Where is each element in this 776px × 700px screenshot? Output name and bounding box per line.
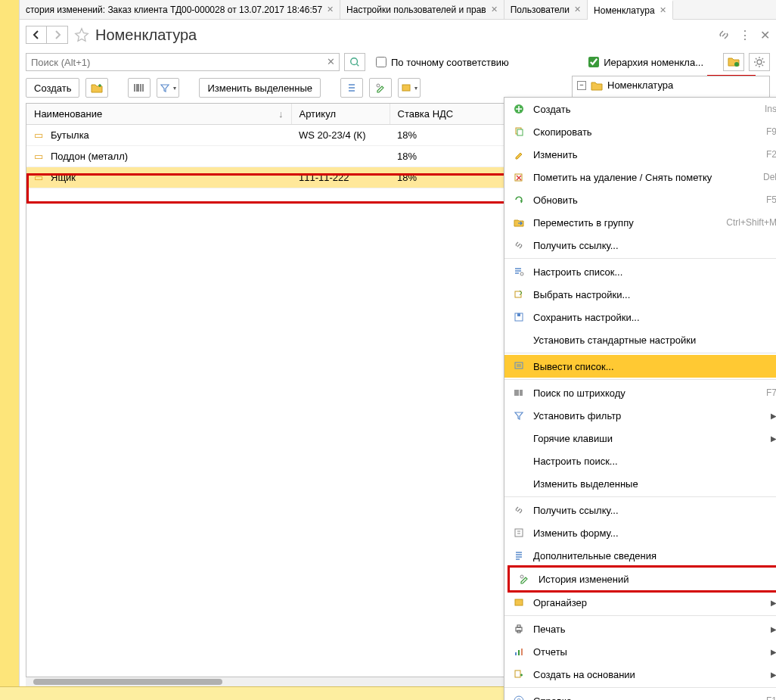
- search-input[interactable]: [26, 53, 340, 71]
- collapse-icon[interactable]: −: [577, 81, 586, 90]
- col-article[interactable]: Артикул: [291, 104, 390, 125]
- tab-users[interactable]: Пользователи✕: [504, 0, 588, 19]
- organizer-dropdown-button[interactable]: [398, 78, 421, 98]
- favorite-star-icon[interactable]: [74, 27, 89, 42]
- print-icon: [512, 622, 526, 636]
- svg-point-15: [520, 575, 523, 578]
- settings-button[interactable]: [749, 53, 770, 71]
- tab-nomenclature[interactable]: Номенклатура✕: [588, 0, 673, 20]
- menu-create-based[interactable]: Создать на основании▶: [504, 663, 776, 686]
- table-row[interactable]: ▭Бутылка WS 20-23/4 (К) 18%: [26, 125, 565, 146]
- tab-bar: стория изменений: Заказ клиента ТД00-000…: [20, 0, 776, 20]
- menu-reset-settings[interactable]: Установить стандартные настройки: [504, 328, 776, 351]
- barcode-button[interactable]: [128, 78, 151, 98]
- submenu-arrow-icon: ▶: [771, 670, 776, 679]
- pick-settings-icon: [512, 288, 526, 301]
- link-icon: [512, 503, 526, 517]
- menu-edit[interactable]: ИзменитьF2: [504, 143, 776, 166]
- data-table: Наименование↓ Артикул Ставка НДС ▭Бутылк…: [26, 103, 566, 677]
- svg-point-9: [520, 272, 523, 275]
- svg-text:?: ?: [517, 697, 520, 700]
- svg-rect-23: [515, 670, 520, 677]
- horizontal-scrollbar[interactable]: [26, 677, 566, 686]
- close-icon[interactable]: ✕: [491, 5, 498, 14]
- menu-move-group[interactable]: Переместить в группуCtrl+Shift+M: [504, 211, 776, 234]
- search-button[interactable]: [344, 53, 365, 71]
- blank-icon: [512, 333, 526, 347]
- svg-point-3: [377, 84, 380, 87]
- col-name[interactable]: Наименование↓: [26, 104, 291, 125]
- close-icon[interactable]: ✕: [660, 5, 666, 15]
- menu-refresh[interactable]: ОбновитьF5: [504, 188, 776, 211]
- menu-get-link[interactable]: Получить ссылку...: [504, 234, 776, 257]
- menu-organizer[interactable]: Органайзер▶: [504, 591, 776, 614]
- menu-copy[interactable]: СкопироватьF9: [504, 120, 776, 143]
- submenu-arrow-icon: ▶: [771, 434, 776, 443]
- menu-config-list[interactable]: Настроить список...: [504, 260, 776, 283]
- left-nav-strip: [0, 0, 20, 700]
- menu-separator: [504, 615, 776, 616]
- help-icon: ?: [512, 694, 526, 700]
- menu-edit-form[interactable]: Изменить форму...: [504, 521, 776, 544]
- filter-icon: [512, 409, 526, 422]
- clear-search-icon[interactable]: ✕: [324, 56, 337, 68]
- filter-dropdown-button[interactable]: [157, 78, 179, 98]
- table-row-selected[interactable]: ▭Ящик 111-11-222 18%: [26, 167, 565, 188]
- blank-icon: [512, 454, 526, 468]
- folder-icon: [591, 80, 603, 91]
- organizer-icon: [512, 596, 526, 609]
- menu-cfg-search[interactable]: Настроить поиск...: [504, 450, 776, 472]
- hierarchy-checkbox[interactable]: Иерархия номенкла...: [588, 57, 703, 68]
- svg-rect-16: [515, 599, 523, 605]
- create-button[interactable]: Создать: [26, 78, 79, 98]
- menu-help[interactable]: ?СправкаF1: [504, 689, 776, 700]
- close-icon[interactable]: ✕: [327, 5, 334, 14]
- menu-barcode-search[interactable]: Поиск по штрихкодуF7: [504, 381, 776, 404]
- tree-root-item[interactable]: − Номенклатура: [577, 79, 765, 91]
- link-icon[interactable]: [718, 29, 730, 41]
- more-vert-icon[interactable]: ⋮: [739, 28, 751, 42]
- create-folder-button[interactable]: [85, 78, 108, 98]
- forward-button[interactable]: [47, 26, 68, 44]
- menu-reports[interactable]: Отчеты▶: [504, 640, 776, 663]
- form-edit-icon: [512, 526, 526, 540]
- menu-save-settings[interactable]: Сохранить настройки...: [504, 306, 776, 328]
- list-view-button[interactable]: [340, 78, 363, 98]
- folder-icon: ▭: [34, 172, 46, 183]
- pencil-icon: [512, 148, 526, 161]
- create-based-icon: [512, 667, 526, 681]
- menu-history[interactable]: История изменений: [510, 568, 776, 590]
- plus-icon: [512, 102, 526, 116]
- tab-history[interactable]: стория изменений: Заказ клиента ТД00-000…: [20, 0, 340, 19]
- tab-user-settings[interactable]: Настройки пользователей и прав✕: [340, 0, 504, 19]
- menu-hotkeys[interactable]: Горячие клавиши▶: [504, 427, 776, 450]
- folder-icon: ▭: [34, 129, 46, 141]
- scrollbar-thumb[interactable]: [33, 679, 222, 685]
- menu-set-filter[interactable]: Установить фильтр▶: [504, 404, 776, 427]
- table-row[interactable]: ▭Поддон (металл) 18%: [26, 146, 565, 167]
- back-button[interactable]: [26, 26, 47, 44]
- blank-icon: [512, 477, 526, 490]
- sort-indicator-icon: ↓: [278, 108, 284, 120]
- menu-print[interactable]: Печать▶: [504, 618, 776, 640]
- exact-match-checkbox[interactable]: По точному соответствию: [376, 57, 509, 68]
- edit-selected-button[interactable]: Изменить выделенные: [199, 78, 321, 98]
- history-edit-button[interactable]: [369, 78, 392, 98]
- menu-output-list[interactable]: Вывести список...: [504, 355, 776, 378]
- tab-label: Номенклатура: [594, 5, 655, 16]
- close-page-icon[interactable]: ✕: [760, 28, 770, 42]
- menu-get-link2[interactable]: Получить ссылку...: [504, 499, 776, 521]
- folder-star-button[interactable]: [723, 53, 744, 71]
- output-list-icon: [512, 359, 526, 373]
- close-icon[interactable]: ✕: [574, 5, 581, 14]
- menu-extra-info[interactable]: Дополнительные сведения: [504, 544, 776, 567]
- menu-pick-settings[interactable]: Выбрать настройки...: [504, 283, 776, 306]
- blank-icon: [512, 431, 526, 445]
- filter-row: ✕ По точному соответствию Иерархия номен…: [20, 50, 776, 74]
- history-icon: [517, 572, 531, 586]
- svg-rect-7: [517, 129, 523, 135]
- menu-change-selected[interactable]: Изменить выделенные: [504, 472, 776, 495]
- menu-create[interactable]: СоздатьIns: [504, 98, 776, 120]
- tab-label: Настройки пользователей и прав: [346, 5, 486, 15]
- menu-mark-delete[interactable]: Пометить на удаление / Снять пометкуDel: [504, 166, 776, 188]
